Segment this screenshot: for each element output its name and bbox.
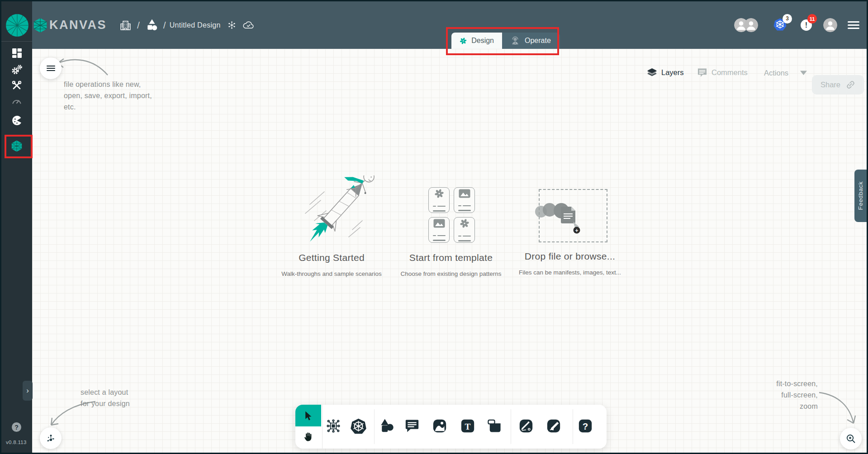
shapes-icon <box>146 19 158 32</box>
text-tool[interactable]: T <box>459 417 477 435</box>
layers-icon <box>647 68 657 77</box>
template-thumb-swirl <box>454 217 475 243</box>
gears-icon <box>11 64 23 76</box>
sidebar-item-dashboard[interactable] <box>9 45 25 61</box>
annotation-arrow-zoom <box>816 387 861 428</box>
layout-select-button[interactable] <box>40 427 62 449</box>
svg-text:T: T <box>465 422 471 431</box>
design-visibility-button[interactable] <box>228 20 236 30</box>
meshery-logo-icon <box>5 14 29 37</box>
header-menu-button[interactable] <box>848 21 859 29</box>
annotation-layout: select a layout for your design <box>81 387 130 409</box>
zoom-controls-button[interactable] <box>840 428 862 449</box>
pencil-sketch-icon <box>546 418 561 434</box>
version-label: v0.8.113 <box>6 440 27 445</box>
tab-operate-label: Operate <box>525 37 551 45</box>
mode-toggle: Design Operate <box>451 33 560 49</box>
alert-count-badge: 11 <box>807 14 817 24</box>
template-subtitle: Choose from existing design patterns <box>401 270 502 277</box>
cloud-saved-icon <box>242 21 255 30</box>
drop-subtitle: Files can be manifests, images, text... <box>519 269 621 276</box>
note-tool[interactable] <box>485 417 503 435</box>
swirl-icon <box>434 189 444 199</box>
hand-icon <box>303 431 313 442</box>
pen-tool[interactable] <box>517 417 535 435</box>
cursor-icon <box>303 410 314 421</box>
sidebar-item-extensions[interactable] <box>9 112 25 128</box>
sidebar-item-lifecycle[interactable] <box>9 61 25 78</box>
sketch-tool[interactable] <box>545 417 563 435</box>
kanvas-logo-icon <box>33 17 47 34</box>
template-thumbnails <box>428 187 475 243</box>
kanvas-app-window: ? v0.8.113 › KANVAS / <box>0 0 868 454</box>
zoom-in-icon <box>845 433 856 444</box>
image-tool-icon <box>432 418 447 434</box>
actions-dropdown[interactable]: Actions <box>764 69 807 77</box>
getting-started-title: Getting Started <box>299 252 365 263</box>
question-icon: ? <box>578 418 593 434</box>
shapes-cluster-icon <box>379 418 395 434</box>
pen-icon <box>518 418 534 434</box>
template-thumb-image <box>428 217 450 243</box>
collaborators-group[interactable] <box>734 18 758 32</box>
panel-controls: Layers Comments Actions Share <box>32 62 867 85</box>
brand-breadcrumb-row: KANVAS / / Untitled Design <box>33 1 255 49</box>
annotation-zoom: fit-to-screen, full-screen, zoom <box>758 378 818 412</box>
comments-icon <box>697 68 707 77</box>
tab-operate[interactable]: Operate <box>502 33 560 49</box>
help-button[interactable]: ? <box>12 422 21 432</box>
sidebar-expand-button[interactable]: › <box>23 381 33 401</box>
workspace-breadcrumb[interactable] <box>146 19 158 32</box>
sidebar-item-performance[interactable] <box>9 93 25 109</box>
feedback-label: Feedback <box>857 181 864 210</box>
organization-building-icon <box>119 19 132 31</box>
image-tool[interactable] <box>431 417 449 435</box>
breadcrumb-slash-2: / <box>163 20 166 31</box>
mesh-network-icon <box>228 20 236 30</box>
comments-label: Comments <box>711 68 748 77</box>
template-thumb-image <box>454 187 475 213</box>
extensions-icon <box>11 115 23 126</box>
user-avatar[interactable] <box>823 18 837 32</box>
sidebar-divider <box>1 41 32 42</box>
rocket-illustration <box>294 175 376 257</box>
select-tool-active[interactable] <box>295 405 321 426</box>
save-status-button[interactable] <box>242 21 255 30</box>
pan-tool[interactable] <box>299 428 317 446</box>
tab-design-label: Design <box>471 37 494 45</box>
operate-person-icon <box>510 36 520 46</box>
kubernetes-context-button[interactable]: 3 <box>773 18 787 33</box>
share-button[interactable]: Share <box>812 75 864 95</box>
shapes-tool[interactable] <box>378 417 396 435</box>
kubernetes-wheel-icon <box>350 418 367 435</box>
swirl-icon <box>460 218 470 228</box>
comment-tool[interactable] <box>403 417 421 435</box>
toolbar-help-button[interactable]: ? <box>576 417 594 435</box>
design-canvas[interactable]: file operations like new, open, save, ex… <box>32 49 867 453</box>
sidebar-item-configuration[interactable] <box>9 77 25 94</box>
template-title: Start from template <box>409 252 493 263</box>
share-label: Share <box>821 80 840 89</box>
component-tool[interactable] <box>324 417 342 435</box>
chevron-right-icon: › <box>26 386 29 395</box>
collaborator-avatar-icon <box>744 18 758 32</box>
org-breadcrumb[interactable] <box>119 19 132 31</box>
canvas-file-menu-button[interactable] <box>40 57 62 79</box>
drop-zone[interactable]: + <box>539 189 607 242</box>
svg-text:?: ? <box>583 421 588 431</box>
svg-text:+: + <box>575 227 578 234</box>
help-glyph: ? <box>14 424 19 431</box>
layers-toggle[interactable]: Layers <box>647 68 684 77</box>
notifications-button[interactable]: ! 11 <box>801 19 812 31</box>
text-tool-icon: T <box>460 418 475 434</box>
design-name[interactable]: Untitled Design <box>170 21 221 29</box>
layout-graph-icon <box>46 433 56 444</box>
comments-toggle[interactable]: Comments <box>697 68 748 77</box>
sidebar-item-kanvas[interactable] <box>9 138 25 154</box>
tab-design[interactable]: Design <box>451 33 502 49</box>
design-swirl-icon <box>460 37 467 45</box>
actions-label: Actions <box>764 69 788 77</box>
meshery-logo[interactable] <box>5 14 29 37</box>
kubernetes-tool[interactable] <box>349 417 367 435</box>
feedback-tab[interactable]: Feedback <box>854 170 867 222</box>
